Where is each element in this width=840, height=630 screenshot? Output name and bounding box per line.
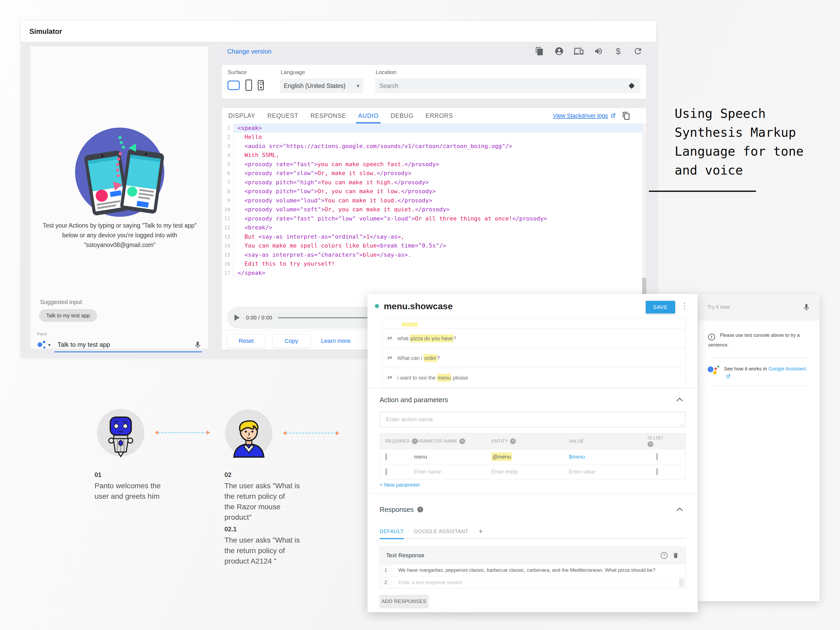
save-button[interactable]: SAVE — [646, 301, 675, 313]
line-number: 4 — [222, 151, 234, 160]
simulator-toolbar: $ — [534, 46, 643, 56]
code-line: 13 But <say-as interpret-as="ordinal">1<… — [222, 232, 642, 241]
storyboard-caption: 01Panto welcomes theuser and greets him — [95, 471, 161, 502]
response-platform-tabs: DEFAULTGOOGLE ASSISTANT+ — [380, 524, 686, 538]
action-parameters-heading: Action and parameters — [380, 394, 448, 406]
param-entity-cell[interactable]: @menu — [491, 454, 569, 460]
required-checkbox[interactable] — [385, 468, 387, 475]
copy-button[interactable]: Copy — [272, 334, 311, 348]
tab-audio[interactable]: AUDIO — [358, 108, 379, 123]
play-icon[interactable] — [234, 314, 240, 321]
action-name-input[interactable] — [380, 416, 685, 423]
new-parameter-link[interactable]: + New parameter — [380, 482, 420, 488]
intent-status-dot — [375, 304, 379, 308]
tab-debug[interactable]: DEBUG — [391, 108, 414, 123]
google-assistant-link[interactable]: Google Assistant. — [768, 366, 807, 371]
transactions-icon[interactable]: $ — [613, 46, 623, 56]
divider — [708, 358, 810, 358]
code-line: 3 <audio src="https://actions.google.com… — [222, 142, 642, 151]
storyboard-caption: 02.1The user asks "What isthe return pol… — [224, 526, 300, 567]
input-mode-dropdown-icon[interactable]: ▾ — [48, 342, 51, 348]
response-tab-default[interactable]: DEFAULT — [380, 524, 404, 538]
is-list-checkbox[interactable] — [657, 453, 658, 460]
smart-display-icon[interactable] — [227, 81, 240, 90]
storyboard-caption-line: product" — [224, 512, 300, 523]
account-icon[interactable] — [554, 46, 564, 56]
code-text: <prosody rate="slow">Or, make it slow.</… — [234, 169, 642, 178]
code-line: 14 You can make me spell colors like blu… — [222, 241, 642, 250]
tab-response[interactable]: RESPONSE — [311, 108, 346, 123]
response-tab-google-assistant[interactable]: GOOGLE ASSISTANT — [414, 524, 469, 538]
location-search-input[interactable] — [379, 82, 628, 90]
tab-display[interactable]: DISPLAY — [228, 108, 255, 123]
required-checkbox[interactable] — [385, 453, 387, 460]
code-text: With SSML, — [234, 151, 642, 160]
text-response-header: Text Response ? — [380, 547, 685, 564]
simulator-header: Simulator — [21, 21, 656, 42]
param-value-cell[interactable]: Enter value — [569, 469, 647, 475]
is-list-checkbox[interactable] — [657, 468, 658, 475]
ssml-code-editor[interactable]: 1<speak>2 Hello3 <audio src="https://act… — [222, 123, 642, 306]
add-responses-button[interactable]: ADD RESPONSES — [380, 595, 428, 608]
tab-request[interactable]: REQUEST — [267, 108, 298, 123]
collapse-responses-icon[interactable] — [676, 507, 683, 512]
collapse-action-icon[interactable] — [676, 398, 683, 402]
storyboard-number: 01 — [95, 471, 161, 478]
phones-illustration — [75, 128, 164, 217]
action-name-field — [380, 412, 686, 427]
volume-icon[interactable] — [594, 46, 603, 56]
learn-more-link[interactable]: Learn more — [321, 338, 351, 344]
language-select[interactable]: English (United States) ▾ — [280, 79, 363, 93]
code-text: You can make me spell colors like blue<b… — [234, 241, 642, 250]
tab-errors[interactable]: ERRORS — [426, 108, 453, 123]
try-it-now-input[interactable] — [707, 304, 802, 310]
phone-icon[interactable] — [245, 79, 252, 91]
param-column-parameter-name: PARAMETER NAME? — [414, 438, 491, 444]
training-phrase-row[interactable]: ”i want to see the menu please — [382, 368, 686, 388]
add-platform-tab[interactable]: + — [478, 524, 483, 538]
copy-response-icon[interactable] — [622, 112, 630, 120]
response-row-text[interactable]: Enter a text response variant — [392, 579, 462, 585]
code-scrollbar[interactable] — [642, 123, 646, 306]
refresh-icon[interactable] — [633, 46, 643, 56]
training-phrase-row[interactable]: ”what pizza do you have? — [382, 328, 686, 348]
devices-icon[interactable] — [574, 46, 584, 56]
help-icon[interactable]: ? — [417, 507, 423, 512]
kebab-menu-icon[interactable]: ⋮ — [681, 301, 689, 311]
text-response-row[interactable]: 1We have margaritas, pepperoni classic, … — [380, 564, 685, 576]
code-line: 6 <prosody rate="slow">Or, make it slow.… — [222, 169, 642, 178]
storyboard-caption: 02The user asks "What isthe return polic… — [224, 471, 300, 523]
param-value-cell[interactable]: $menu — [569, 454, 647, 460]
mic-icon[interactable] — [193, 341, 202, 349]
response-row-text[interactable]: We have margaritas, pepperoni classic, b… — [392, 567, 655, 573]
training-phrase-row[interactable]: ”What can i order? — [382, 348, 686, 368]
simulator-input[interactable] — [54, 341, 193, 348]
stackdriver-link[interactable]: View Stackdriver logs — [553, 108, 616, 123]
reset-button[interactable]: Reset — [227, 334, 265, 348]
code-text: <prosody rate="fast">you can make speech… — [234, 159, 642, 169]
section-divider — [368, 388, 698, 388]
text-response-rows: 1We have margaritas, pepperoni classic, … — [380, 564, 685, 588]
change-version-link[interactable]: Change version — [227, 48, 272, 55]
simulator-left-panel: Test your Actions by typing or saying "T… — [30, 46, 209, 349]
sim-tabs: DISPLAYREQUESTRESPONSEAUDIODEBUGERRORS — [228, 108, 453, 123]
param-name-cell[interactable]: Enter name — [414, 469, 491, 475]
resize-handle[interactable] — [680, 423, 685, 426]
param-entity-cell[interactable]: Enter entity — [491, 469, 569, 475]
trash-icon[interactable] — [672, 552, 679, 559]
param-row: Enter nameEnter entityEnter value — [380, 464, 685, 479]
help-icon[interactable]: ? — [510, 438, 516, 444]
code-line: 17</speak> — [222, 268, 642, 278]
help-icon[interactable]: ? — [661, 552, 668, 559]
help-icon[interactable]: ? — [459, 438, 465, 444]
help-icon[interactable]: ? — [647, 441, 654, 447]
my-location-icon[interactable] — [628, 82, 636, 90]
suggestion-chip[interactable]: Talk to my test app — [39, 309, 97, 322]
copy-activity-icon[interactable] — [534, 46, 545, 56]
caption-title: Using SpeechSynthesis MarkupLanguage for… — [675, 104, 804, 180]
text-response-row[interactable]: 2Enter a text response variant — [380, 576, 685, 588]
response-row-scrollbar — [679, 578, 684, 587]
mic-icon[interactable] — [802, 303, 811, 311]
param-name-cell[interactable]: menu — [414, 454, 491, 460]
speaker-icon[interactable] — [258, 80, 264, 90]
